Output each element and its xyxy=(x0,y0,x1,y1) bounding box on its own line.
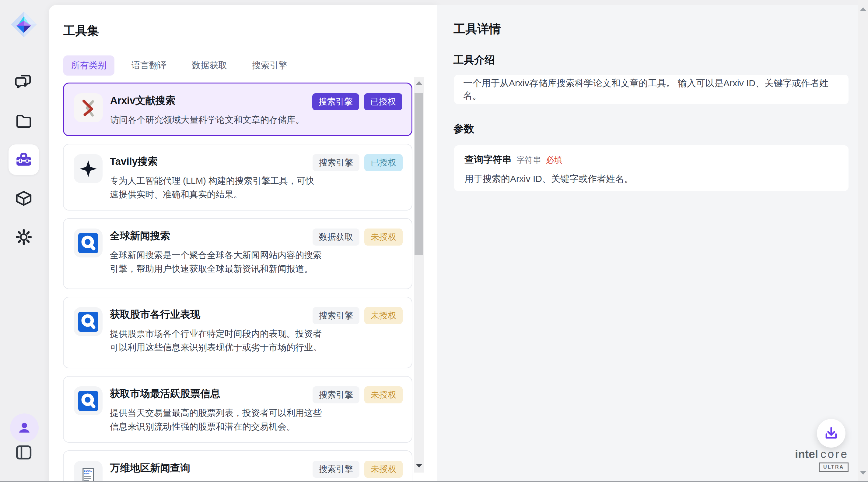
tool-texts: 全球新闻搜索 全球新闻搜索是一个聚合全球各大新闻网站内容的搜索引擎，帮助用户快速… xyxy=(110,228,323,276)
toolset-panel: 工具集 所有类别语言翻译数据获取搜索引擎 LOCAL xyxy=(49,5,437,482)
tool-description: 提供当天交易量最高的股票列表，投资者可以利用这些信息来识别流动性强的股票和潜在的… xyxy=(110,406,323,433)
category-tab-3[interactable]: 搜索引擎 xyxy=(244,55,295,76)
auth-badge[interactable]: 未授权 xyxy=(364,386,403,403)
scroll-up-arrow-icon[interactable] xyxy=(416,81,423,85)
gear-icon xyxy=(15,228,33,246)
tool-description: 访问各个研究领域大量科学论文和文章的存储库。 xyxy=(110,113,323,127)
quark-logo-icon xyxy=(78,233,98,253)
list-scrollbar[interactable] xyxy=(414,77,424,473)
category-tabs: 所有类别语言翻译数据获取搜索引擎 xyxy=(63,55,295,76)
tool-icon-box: LOCAL NEW xyxy=(74,154,102,183)
parameter-card: 查询字符串 字符串 必填 用于搜索的Arxiv ID、关键字或作者姓名。 xyxy=(454,145,848,191)
intro-card: 一个用于从Arxiv存储库搜索科学论文和文章的工具。 输入可以是Arxiv ID… xyxy=(454,75,848,104)
parameter-required-badge: 必填 xyxy=(546,154,562,165)
tool-list: LOCAL NEW Arxiv文献搜索 访问各个研究领域大量科学论文和文章的存储… xyxy=(63,83,412,482)
tool-badges: 搜索引擎 已授权 xyxy=(313,154,403,171)
chat-icon xyxy=(15,73,33,90)
user-avatar[interactable] xyxy=(10,414,39,442)
gem-logo-icon xyxy=(10,10,38,38)
app-window: 工具集 所有类别语言翻译数据获取搜索引擎 LOCAL xyxy=(0,0,868,482)
panel-toggle-icon xyxy=(14,444,33,461)
newspaper-icon: LOCAL NEW xyxy=(79,466,97,482)
parameter-name: 查询字符串 xyxy=(464,153,512,166)
tool-title: 获取股市各行业表现 xyxy=(110,308,323,321)
list-scrollbar-thumb[interactable] xyxy=(414,93,423,255)
tool-card-0[interactable]: LOCAL NEW Arxiv文献搜索 访问各个研究领域大量科学论文和文章的存储… xyxy=(63,83,412,136)
category-badge: 搜索引擎 xyxy=(313,386,360,403)
tool-badges: 数据获取 未授权 xyxy=(313,228,403,246)
quark-logo-icon xyxy=(78,391,98,411)
auth-badge[interactable]: 已授权 xyxy=(364,154,403,171)
tool-title: 获取市场最活跃股票信息 xyxy=(110,387,323,401)
sidebar-item-files[interactable] xyxy=(8,106,39,136)
window-scroll-down-icon[interactable] xyxy=(860,471,866,475)
tool-texts: 获取股市各行业表现 提供股票市场各个行业在特定时间段内的表现。投资者可以利用这些… xyxy=(110,307,323,355)
person-icon xyxy=(17,420,32,436)
sidebar-item-models[interactable] xyxy=(8,183,39,214)
sidebar xyxy=(0,0,49,482)
tool-card-1[interactable]: LOCAL NEW Tavily搜索 专为人工智能代理 (LLM) 构建的搜索引… xyxy=(63,144,412,210)
tool-description: 全球新闻搜索是一个聚合全球各大新闻网站内容的搜索引擎，帮助用户快速获取全球最新资… xyxy=(110,248,323,276)
tab-label: 语言翻译 xyxy=(131,60,167,70)
core-wordmark: core xyxy=(820,448,848,461)
tool-card-2[interactable]: LOCAL NEW 全球新闻搜索 全球新闻搜索是一个聚合全球各大新闻网站内容的搜… xyxy=(63,218,412,289)
window-scroll-up-icon[interactable] xyxy=(860,7,866,11)
tab-label: 所有类别 xyxy=(71,60,106,70)
category-tab-2[interactable]: 数据获取 xyxy=(184,55,235,76)
quark-logo-icon xyxy=(78,312,98,332)
tool-card-4[interactable]: LOCAL NEW 获取市场最活跃股票信息 提供当天交易量最高的股票列表，投资者… xyxy=(63,376,412,443)
tool-icon-box: LOCAL NEW xyxy=(74,386,102,415)
tool-icon-box: LOCAL NEW xyxy=(74,93,103,122)
tool-card-3[interactable]: LOCAL NEW 获取股市各行业表现 提供股票市场各个行业在特定时间段内的表现… xyxy=(63,297,412,368)
intel-wordmark: intel xyxy=(795,448,818,461)
tool-badges: 搜索引擎 未授权 xyxy=(313,461,403,478)
tavily-logo-icon xyxy=(79,160,97,178)
cube-icon xyxy=(15,190,33,207)
tab-label: 搜索引擎 xyxy=(252,60,287,70)
tool-texts: Arxiv文献搜索 访问各个研究领域大量科学论文和文章的存储库。 xyxy=(110,93,323,127)
tool-badges: 搜索引擎 未授权 xyxy=(313,307,403,324)
tool-icon-box: LOCAL NEW xyxy=(74,461,102,482)
category-badge: 数据获取 xyxy=(313,228,360,246)
tool-card-5[interactable]: LOCAL NEW 万维地区新闻查询 查询具体行政区划内的新闻，快速了解各地新闻… xyxy=(63,450,412,482)
tool-description: 提供股票市场各个行业在特定时间段内的表现。投资者可以利用这些信息来识别表现优于或… xyxy=(110,327,323,355)
tool-details-panel: 工具详情 工具介绍 一个用于从Arxiv存储库搜索科学论文和文章的工具。 输入可… xyxy=(437,5,868,482)
tool-texts: 获取市场最活跃股票信息 提供当天交易量最高的股票列表，投资者可以利用这些信息来识… xyxy=(110,386,323,433)
category-tab-1[interactable]: 语言翻译 xyxy=(124,55,175,76)
details-title: 工具详情 xyxy=(454,21,501,37)
sidebar-item-chat[interactable] xyxy=(8,66,39,96)
toolset-title: 工具集 xyxy=(63,23,99,39)
category-badge: 搜索引擎 xyxy=(313,154,360,171)
tab-label: 数据获取 xyxy=(192,60,227,70)
svg-text:NEW: NEW xyxy=(84,472,90,475)
tool-texts: 万维地区新闻查询 查询具体行政区划内的新闻，快速了解各地新闻动态。 xyxy=(110,461,323,482)
category-badge: 搜索引擎 xyxy=(313,461,360,478)
parameter-type: 字符串 xyxy=(517,154,541,165)
tool-title: Arxiv文献搜索 xyxy=(110,94,323,108)
tool-icon-box: LOCAL NEW xyxy=(74,228,102,257)
auth-badge[interactable]: 已授权 xyxy=(364,93,402,110)
category-badge: 搜索引擎 xyxy=(313,307,360,324)
tool-title: 全球新闻搜索 xyxy=(110,229,323,243)
toolbox-icon xyxy=(15,151,33,169)
parameter-description: 用于搜索的Arxiv ID、关键字或作者姓名。 xyxy=(464,173,838,185)
app-logo xyxy=(8,9,39,39)
download-button[interactable] xyxy=(817,419,845,448)
tool-title: 万维地区新闻查询 xyxy=(110,461,323,475)
category-badge: 搜索引擎 xyxy=(312,93,359,110)
scroll-down-arrow-icon[interactable] xyxy=(416,464,423,468)
window-bottom-edge xyxy=(0,481,868,482)
auth-badge[interactable]: 未授权 xyxy=(364,307,403,324)
sidebar-item-settings[interactable] xyxy=(8,222,39,252)
collapse-sidebar-button[interactable] xyxy=(8,439,39,466)
tool-icon-box: LOCAL NEW xyxy=(74,307,102,336)
ultra-badge: ULTRA xyxy=(819,462,848,472)
window-scrollbar[interactable] xyxy=(858,0,868,482)
auth-badge[interactable]: 未授权 xyxy=(364,461,403,478)
tool-texts: Tavily搜索 专为人工智能代理 (LLM) 构建的搜索引擎工具，可快速提供实… xyxy=(110,154,323,201)
folder-icon xyxy=(15,112,33,130)
auth-badge[interactable]: 未授权 xyxy=(364,228,403,246)
params-heading: 参数 xyxy=(454,122,474,136)
category-tab-0[interactable]: 所有类别 xyxy=(63,55,115,76)
sidebar-item-tools[interactable] xyxy=(8,144,39,175)
